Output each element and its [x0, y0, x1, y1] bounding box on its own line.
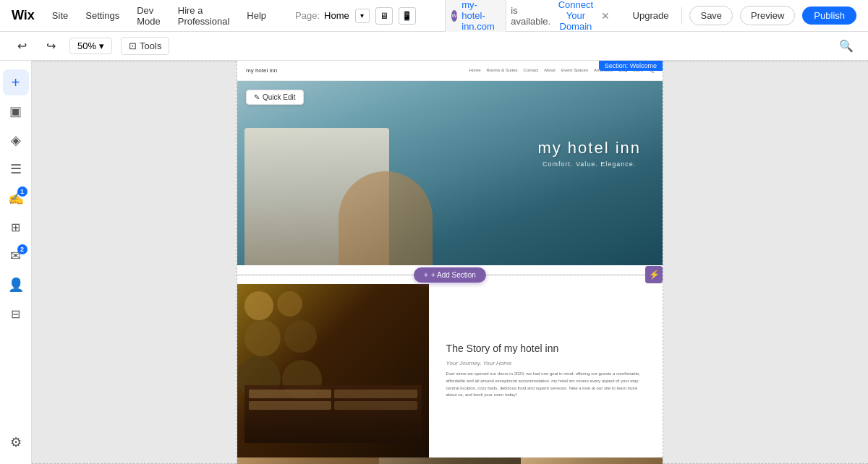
- preview-btn[interactable]: Preview: [740, 6, 795, 25]
- page-label: Page:: [295, 10, 320, 21]
- pages-icon: ☰: [10, 161, 22, 177]
- service-item-2[interactable]: Late Check-Out Ask Us About It: [379, 457, 521, 464]
- deco-circle4: [284, 320, 317, 353]
- quick-edit-btn[interactable]: ✎ Quick Edit: [246, 90, 304, 105]
- domain-url[interactable]: my-hotel-inn.com: [461, 0, 500, 32]
- save-btn[interactable]: Save: [689, 6, 733, 25]
- top-bar-nav: Site Settings Dev Mode Hire a Profession…: [52, 5, 266, 27]
- story-body: Ever since we opened our doors in 2020, …: [446, 371, 648, 398]
- tools-btn[interactable]: ⊡ Tools: [121, 37, 169, 55]
- wix-logo: Wix: [12, 8, 35, 23]
- hero-section[interactable]: my hotel inn Comfort. Value. Elegance. ✎…: [237, 81, 663, 265]
- nav-hire[interactable]: Hire a Professional: [178, 5, 230, 27]
- table3: [249, 401, 331, 410]
- settings-icon: ⚙: [10, 434, 22, 450]
- nav-rooms: Rooms & Suites: [487, 68, 518, 73]
- story-tagline: Your Journey, Your Home: [446, 360, 648, 366]
- left-sidebar: + ▣ ◈ ☰ ✍ 1 ⊞ ✉ 2 👤 ⊟ ⚙: [0, 61, 32, 464]
- top-bar: Wix Site Settings Dev Mode Hire a Profes…: [0, 0, 868, 32]
- add-section-bar: + + Add Section ⚡: [237, 265, 663, 284]
- page-info: Page: Home: [295, 10, 349, 21]
- mobile-toggle[interactable]: 📱: [399, 7, 416, 25]
- table-row2: [249, 401, 417, 410]
- design-icon: ◈: [11, 132, 21, 148]
- sidebar-icon-add[interactable]: +: [3, 69, 29, 95]
- add-section-label: + Add Section: [431, 271, 476, 279]
- sidebar-icon-settings[interactable]: ⚙: [3, 429, 29, 455]
- undo-btn[interactable]: ↩: [12, 36, 32, 56]
- sidebar-icon-apps[interactable]: ⊞: [3, 214, 29, 240]
- top-bar-left: Wix Site Settings Dev Mode Hire a Profes…: [12, 5, 266, 27]
- domain-status: is available.: [511, 5, 550, 27]
- table4: [334, 401, 417, 410]
- sidebar-icon-pages[interactable]: ☰: [3, 156, 29, 182]
- story-image: [237, 284, 429, 457]
- nav-site[interactable]: Site: [52, 10, 68, 21]
- top-bar-right: Upgrade Save Preview Publish: [627, 6, 856, 25]
- site-logo: my hotel inn: [246, 67, 277, 74]
- nav-home: Home: [469, 68, 481, 73]
- members-icon: 👤: [8, 277, 24, 293]
- lightning-icon: ⚡: [649, 270, 660, 280]
- sidebar-icon-members[interactable]: 👤: [3, 272, 29, 298]
- sidebar-icon-chat[interactable]: ✉ 2: [3, 243, 29, 269]
- pencil-icon: ✎: [254, 93, 260, 101]
- page-name: Home: [324, 10, 349, 21]
- restaurant-bg: [237, 284, 429, 457]
- blog-badge: 1: [17, 186, 27, 197]
- sidebar-icon-media[interactable]: ▣: [3, 98, 29, 124]
- hero-text-block: my hotel inn Comfort. Value. Elegance.: [537, 139, 641, 168]
- desktop-toggle[interactable]: 🖥: [375, 7, 393, 25]
- quick-edit-label: Quick Edit: [263, 93, 296, 101]
- tools-label: Tools: [140, 40, 161, 51]
- add-section-plus-icon: +: [424, 271, 428, 279]
- search-btn[interactable]: 🔍: [836, 36, 856, 56]
- publish-btn[interactable]: Publish: [802, 7, 856, 25]
- table-row1: [249, 390, 417, 398]
- upgrade-btn[interactable]: Upgrade: [627, 7, 675, 24]
- deco-circle2: [277, 291, 302, 317]
- service-item-1[interactable]: Room Service 24 Hours a Day: [237, 457, 379, 464]
- page-info-bar: Page: Home ▾ 🖥 📱: [295, 7, 416, 25]
- hero-basket: [339, 171, 433, 265]
- tools-icon: ⊡: [129, 40, 137, 51]
- store-icon: ⊟: [11, 307, 20, 321]
- apps-icon: ⊞: [11, 220, 20, 234]
- chat-badge: 2: [17, 244, 27, 254]
- media-icon: ▣: [9, 103, 22, 119]
- sidebar-icon-design[interactable]: ◈: [3, 127, 29, 153]
- hero-subtitle: Comfort. Value. Elegance.: [537, 160, 641, 168]
- close-domain-btn[interactable]: ✕: [601, 10, 610, 22]
- zoom-dropdown-icon: ▾: [99, 40, 104, 51]
- nav-event: Event Spaces: [561, 68, 588, 73]
- table1: [249, 390, 331, 398]
- services-row: Room Service 24 Hours a Day Late Check-O…: [237, 457, 663, 464]
- domain-bar: W my-hotel-inn.com is available. Connect…: [445, 0, 610, 35]
- add-section-side-btn[interactable]: ⚡: [645, 266, 663, 283]
- story-text: The Story of my hotel inn Your Journey, …: [429, 284, 663, 457]
- canvas-frame: my hotel inn Home Rooms & Suites Contact…: [237, 61, 663, 464]
- nav-help[interactable]: Help: [247, 10, 266, 21]
- add-icon: +: [12, 74, 20, 91]
- zoom-level: 50%: [77, 40, 96, 51]
- zoom-control[interactable]: 50% ▾: [69, 38, 112, 54]
- nav-dev-mode[interactable]: Dev Mode: [137, 5, 161, 27]
- sidebar-icon-blog[interactable]: ✍ 1: [3, 185, 29, 211]
- nav-contact: Contact: [524, 68, 539, 73]
- nav-settings[interactable]: Settings: [85, 10, 119, 21]
- table2: [334, 390, 417, 398]
- sidebar-icon-store[interactable]: ⊟: [3, 301, 29, 327]
- story-section[interactable]: The Story of my hotel inn Your Journey, …: [237, 284, 663, 457]
- redo-btn[interactable]: ↪: [41, 36, 61, 56]
- divider1: [681, 7, 682, 25]
- add-section-btn[interactable]: + + Add Section: [414, 267, 486, 283]
- domain-icon: W: [451, 10, 458, 22]
- story-title: The Story of my hotel inn: [446, 343, 648, 354]
- deco-circle3: [244, 320, 281, 356]
- secondary-toolbar: ↩ ↪ 50% ▾ ⊡ Tools 🔍: [0, 32, 868, 61]
- dining-area: [244, 385, 422, 443]
- page-dropdown-btn[interactable]: ▾: [355, 9, 370, 23]
- connect-domain-btn[interactable]: Connect Your Domain: [555, 0, 596, 32]
- hero-title: my hotel inn: [537, 139, 641, 158]
- service-item-3[interactable]: Free Meals: [521, 457, 663, 464]
